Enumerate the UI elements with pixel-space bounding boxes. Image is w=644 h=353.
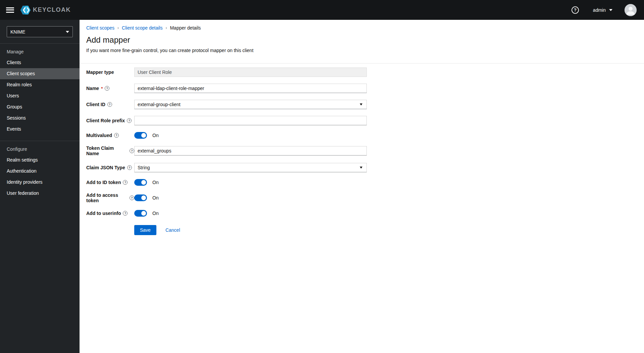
add-to-id-token-label: Add to ID token (86, 180, 121, 185)
form-row-name: Name * ? (86, 84, 644, 93)
help-icon[interactable]: ? (127, 118, 132, 123)
form-row-mapper-type: Mapper type (86, 68, 644, 77)
add-to-access-token-state-label: On (152, 195, 159, 201)
help-icon[interactable]: ? (572, 6, 579, 14)
name-label: Name (86, 86, 99, 91)
add-mapper-form: Mapper type Name * ? Client ID ? (80, 63, 644, 235)
sidebar-item-authentication[interactable]: Authentication (0, 166, 80, 177)
form-row-multivalued: Multivalued ? On (86, 132, 644, 139)
help-icon[interactable]: ? (130, 148, 134, 153)
keycloak-logo-icon (20, 5, 31, 15)
nav-section-manage: Manage Clients Client scopes Realm roles… (0, 44, 80, 135)
form-actions: Save Cancel (134, 225, 644, 235)
caret-down-icon (360, 103, 362, 105)
page-title: Add mapper (86, 35, 636, 45)
sidebar-item-user-federation[interactable]: User federation (0, 188, 80, 199)
help-icon[interactable]: ? (123, 211, 128, 216)
sidebar-item-events[interactable]: Events (0, 124, 80, 135)
claim-json-type-label: Claim JSON Type (86, 165, 125, 170)
avatar (625, 4, 637, 16)
topbar: KEYCLOAK ? admin (0, 0, 644, 20)
breadcrumb: Client scopes › Client scope details › M… (86, 25, 636, 31)
client-role-prefix-input[interactable] (134, 116, 367, 125)
nav-toggle-button[interactable] (6, 7, 14, 13)
chevron-down-icon (609, 9, 612, 11)
mapper-type-label: Mapper type (86, 70, 114, 75)
help-icon[interactable]: ? (130, 195, 134, 200)
help-icon[interactable]: ? (105, 86, 109, 91)
add-to-access-token-toggle[interactable] (134, 194, 147, 201)
sidebar: KNIME Manage Clients Client scopes Realm… (0, 20, 80, 353)
breadcrumb-separator: › (117, 26, 119, 30)
realm-name: KNIME (10, 29, 25, 35)
nav-section-title: Configure (0, 141, 80, 155)
breadcrumb-client-scopes[interactable]: Client scopes (86, 25, 114, 31)
help-icon[interactable]: ? (114, 133, 119, 138)
claim-json-type-selected-value: String (138, 165, 150, 170)
sidebar-item-realm-settings[interactable]: Realm settings (0, 155, 80, 166)
help-icon[interactable]: ? (123, 180, 128, 185)
username: admin (593, 7, 606, 13)
add-to-id-token-toggle[interactable] (134, 179, 147, 186)
save-button[interactable]: Save (134, 225, 156, 235)
user-menu[interactable]: admin (593, 7, 612, 13)
client-id-label: Client ID (86, 102, 105, 107)
sidebar-item-clients[interactable]: Clients (0, 57, 80, 68)
form-row-token-claim-name: Token Claim Name ? (86, 145, 644, 156)
multivalued-label: Multivalued (86, 133, 112, 138)
client-id-select[interactable]: external-group-client (134, 100, 367, 109)
multivalued-toggle[interactable] (134, 132, 147, 139)
user-icon (625, 4, 637, 16)
client-role-prefix-label: Client Role prefix (86, 118, 125, 123)
sidebar-item-sessions[interactable]: Sessions (0, 113, 80, 124)
realm-selector[interactable]: KNIME (7, 26, 73, 37)
client-id-selected-value: external-group-client (138, 102, 181, 107)
add-to-access-token-label: Add to access token (86, 192, 128, 203)
breadcrumb-separator: › (165, 26, 167, 30)
form-row-add-to-access-token: Add to access token ? On (86, 192, 644, 203)
sidebar-item-users[interactable]: Users (0, 90, 80, 101)
required-marker: * (101, 86, 103, 91)
form-row-client-id: Client ID ? external-group-client (86, 100, 644, 109)
token-claim-name-label: Token Claim Name (86, 145, 128, 156)
mapper-type-input (134, 68, 367, 77)
name-input[interactable] (134, 84, 367, 93)
form-row-claim-json-type: Claim JSON Type ? String (86, 163, 644, 172)
sidebar-item-groups[interactable]: Groups (0, 101, 80, 113)
breadcrumb-client-scope-details[interactable]: Client scope details (122, 25, 162, 31)
sidebar-item-client-scopes[interactable]: Client scopes (0, 68, 80, 79)
add-to-id-token-state-label: On (152, 180, 159, 185)
help-icon[interactable]: ? (127, 165, 132, 170)
form-row-add-to-userinfo: Add to userinfo ? On (86, 210, 644, 217)
nav-section-title: Manage (0, 44, 80, 57)
chevron-down-icon (66, 31, 69, 33)
cancel-button[interactable]: Cancel (165, 227, 180, 233)
add-to-userinfo-toggle[interactable] (134, 210, 147, 217)
form-row-add-to-id-token: Add to ID token ? On (86, 179, 644, 186)
form-row-client-role-prefix: Client Role prefix ? (86, 116, 644, 125)
main-content: Client scopes › Client scope details › M… (80, 20, 644, 353)
sidebar-item-identity-providers[interactable]: Identity providers (0, 177, 80, 188)
multivalued-state-label: On (152, 133, 159, 138)
page-header: Client scopes › Client scope details › M… (80, 20, 644, 63)
nav-section-configure: Configure Realm settings Authentication … (0, 141, 80, 199)
caret-down-icon (360, 167, 362, 169)
token-claim-name-input[interactable] (134, 146, 367, 156)
keycloak-logo: KEYCLOAK (20, 5, 71, 15)
page-subtitle: If you want more fine-grain control, you… (86, 48, 636, 53)
brand-text: KEYCLOAK (33, 6, 71, 13)
claim-json-type-select[interactable]: String (134, 163, 367, 172)
sidebar-item-realm-roles[interactable]: Realm roles (0, 79, 80, 90)
breadcrumb-current: Mapper details (170, 25, 201, 31)
add-to-userinfo-label: Add to userinfo (86, 211, 121, 216)
help-icon[interactable]: ? (107, 102, 112, 107)
add-to-userinfo-state-label: On (152, 211, 159, 216)
